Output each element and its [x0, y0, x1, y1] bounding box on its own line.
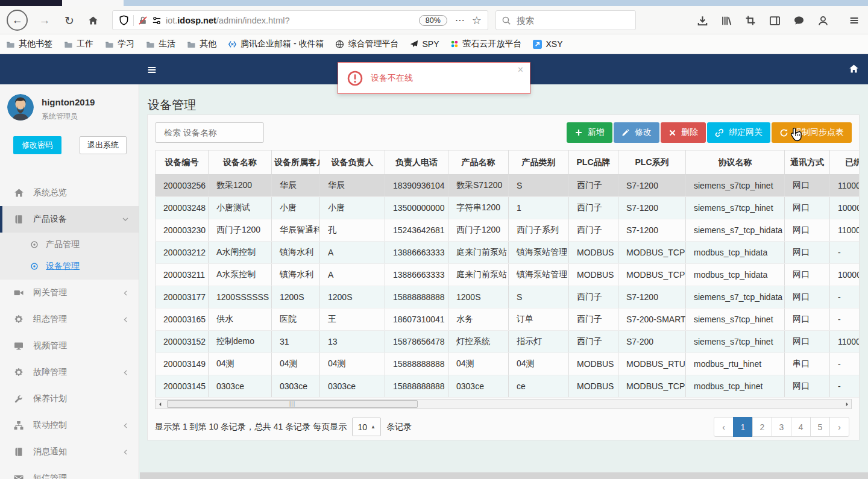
alert-close-icon[interactable]: × [518, 65, 523, 75]
sidebar-item-message-notification[interactable]: 消息通知 [0, 439, 139, 465]
next-page-button[interactable]: › [829, 417, 849, 437]
page-button-3[interactable]: 3 [772, 417, 791, 437]
delete-button[interactable]: 删除 [661, 122, 706, 143]
sidebar-item-system-overview[interactable]: 系统总览 [0, 180, 139, 206]
scroll-left-icon[interactable] [156, 399, 165, 409]
bookmark-tencent-exmail[interactable]: 腾讯企业邮箱 - 收件箱 [228, 39, 324, 49]
edit-button[interactable]: 修改 [614, 122, 659, 143]
sidebar-item-product-device[interactable]: 产品设备 [0, 206, 139, 233]
bookmark-other-bookmarks[interactable]: 其他书签 [6, 39, 52, 49]
table-row[interactable]: 200003211A水泵控制镇海水利A13886663333庭来门前泵站镇海泵站… [156, 264, 860, 286]
zoom-level-badge[interactable]: 80% [419, 15, 447, 26]
browser-search-input[interactable] [515, 15, 631, 26]
change-password-button[interactable]: 修改密码 [13, 136, 61, 154]
table-row[interactable]: 200003152控制demo311315878656478灯控系统指示灯西门子… [156, 331, 860, 353]
bookmark-mgmt-platform[interactable]: 综合管理平台 [335, 39, 398, 49]
column-header[interactable]: 产品名称 [448, 151, 509, 175]
sidebar-subitem-product-management[interactable]: 产品管理 [0, 234, 139, 255]
page-button-4[interactable]: 4 [791, 417, 811, 437]
table-cell: 镇海泵站管理 [509, 242, 569, 264]
table-cell: 13886663333 [385, 242, 448, 264]
column-header[interactable]: 设备所属客户 [272, 151, 320, 175]
column-header[interactable]: PLC品牌 [569, 151, 618, 175]
shield-icon[interactable] [119, 15, 129, 25]
downloads-icon[interactable] [694, 13, 710, 28]
browser-search-bar[interactable] [495, 10, 636, 30]
table-row[interactable]: 20000314904测04测04测1588888888804测04测MODBU… [156, 353, 860, 375]
bookmark-life[interactable]: 生活 [146, 39, 175, 49]
horizontal-scrollbar[interactable]: ||| [155, 399, 852, 409]
column-header[interactable]: 协议名称 [686, 151, 785, 175]
page-button-2[interactable]: 2 [752, 417, 772, 437]
sidebar-toggle-icon[interactable] [146, 64, 157, 75]
sidebar-item-maintenance-plan[interactable]: 保养计划 [0, 386, 139, 412]
account-icon[interactable] [815, 13, 831, 28]
page-actions-icon[interactable]: ⋯ [455, 14, 465, 26]
folder-icon [146, 40, 155, 49]
table-cell: 0303ce [272, 375, 320, 398]
table-cell: - [830, 375, 860, 398]
table-row[interactable]: 200003256数采1200华辰华辰18390936104数采S71200S西… [156, 175, 860, 197]
bookmark-work[interactable]: 工作 [64, 39, 93, 49]
column-header[interactable]: PLC系列 [618, 151, 686, 175]
page-button-5[interactable]: 5 [810, 417, 830, 437]
sidebar-item-configuration-management[interactable]: 组态管理 [0, 306, 139, 333]
table-cell: 200003212 [156, 242, 209, 264]
column-header[interactable]: 产品类别 [509, 151, 569, 175]
force-sync-button[interactable]: 强制同步点表 [772, 122, 852, 143]
url-bar[interactable]: iot.idosp.net/admin/index.html? 80% ⋯ ☆ [112, 10, 488, 30]
column-header[interactable]: 设备负责人 [320, 151, 385, 175]
table-row[interactable]: 2000031771200SSSSSS1200S1200S15888888888… [156, 286, 860, 308]
url-text[interactable]: iot.idosp.net/admin/index.html? [166, 16, 290, 25]
menu-hamburger-icon[interactable] [846, 13, 862, 28]
bind-gateway-button[interactable]: 绑定网关 [707, 122, 770, 143]
insecure-lock-icon[interactable] [138, 16, 148, 25]
reload-button[interactable]: ↻ [60, 11, 79, 30]
bookmark-misc[interactable]: 其他 [187, 39, 216, 49]
prev-page-button[interactable]: ‹ [714, 417, 734, 437]
logout-button[interactable]: 退出系统 [80, 136, 127, 154]
back-button[interactable]: ← [7, 10, 28, 31]
bookmark-xsy[interactable]: XSY [533, 39, 562, 49]
library-icon[interactable] [719, 13, 734, 28]
scroll-right-icon[interactable] [842, 399, 851, 409]
bookmark-star-icon[interactable]: ☆ [472, 14, 482, 27]
table-row[interactable]: 200003230西门子1200华辰智通科技孔15243642681西门子120… [156, 219, 860, 242]
bookmark-study[interactable]: 学习 [105, 39, 134, 49]
sidebar-subitem-device-management[interactable]: 设备管理 [0, 255, 139, 277]
table-cell: MODBUS_TCP [618, 375, 686, 398]
sidebar-item-fault-management[interactable]: 故障管理 [0, 359, 139, 386]
add-button[interactable]: 新增 [567, 122, 612, 143]
sidebar-item-sms-management[interactable]: 短信管理 [0, 465, 139, 479]
browser-active-tab[interactable] [0, 0, 62, 6]
bookmark-ezviz-open[interactable]: 萤石云开放平台 [450, 39, 521, 49]
avatar[interactable] [7, 94, 34, 121]
forward-button[interactable]: → [35, 11, 54, 30]
device-search-box[interactable] [155, 122, 264, 143]
page-button-1[interactable]: 1 [733, 417, 753, 437]
column-header[interactable]: 已绑定网关 [830, 151, 860, 175]
table-row[interactable]: 200003165供水医院王18607310041水务订单西门子S7-200-S… [156, 308, 860, 331]
app-home-icon[interactable] [849, 64, 859, 74]
table-cell: siemens_s7tcp_hinet [686, 308, 785, 331]
screenshot-crop-icon[interactable] [743, 13, 758, 28]
device-search-input[interactable] [163, 127, 256, 138]
table-row[interactable]: 2000031450303ce0303ce0303ce1588888888803… [156, 375, 860, 398]
table-row[interactable]: 200003248小唐测试小唐小唐13500000000字符串12001西门子S… [156, 197, 860, 219]
column-header[interactable]: 设备名称 [209, 151, 272, 175]
chat-bubble-icon[interactable] [791, 13, 807, 28]
page-size-select[interactable]: 10 ▲ [352, 418, 381, 436]
scrollbar-thumb[interactable]: ||| [167, 400, 418, 408]
sidebar-item-video-management[interactable]: 视频管理 [0, 333, 139, 359]
permissions-icon[interactable] [152, 16, 162, 25]
table-cell: MODBUS_TCP [618, 242, 686, 264]
column-header[interactable]: 负责人电话 [385, 151, 448, 175]
column-header[interactable]: 设备编号 [156, 151, 209, 175]
bookmark-spy[interactable]: SPY [410, 39, 439, 49]
sidebar-item-gateway-management[interactable]: 网关管理 [0, 280, 139, 306]
home-button[interactable] [84, 11, 103, 30]
column-header[interactable]: 通讯方式 [785, 151, 830, 175]
table-row[interactable]: 200003212A水闸控制镇海水利A13886663333庭来门前泵站镇海泵站… [156, 242, 860, 264]
sidebar-item-linkage-control[interactable]: 联动控制 [0, 412, 139, 439]
sidebar-panel-icon[interactable] [767, 13, 782, 28]
